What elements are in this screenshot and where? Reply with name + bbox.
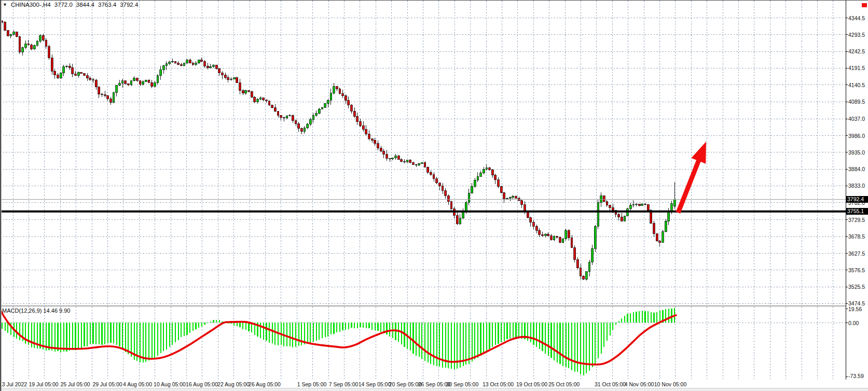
macd-axis-label: 19.56 (848, 306, 862, 312)
macd-histogram (2, 308, 675, 375)
chart-canvas[interactable] (0, 1, 868, 391)
macd-axis-label: -73.59 (848, 373, 864, 379)
time-axis-label: 26 Aug 05:00 (241, 381, 288, 387)
pane-separator[interactable] (0, 305, 846, 306)
window-left-edge (0, 1, 2, 391)
macd-indicator-label: MACD(12,26,9) 14.46 9.90 (2, 308, 70, 314)
chart-window: ▼ CHINA300-,H4 3772.0 3844.4 3763.4 3792… (0, 0, 868, 391)
candle-wicks (2, 20, 674, 281)
level-price-tag: 3755.1 (846, 208, 868, 215)
candlestick-series (1, 21, 676, 279)
title-low: 3763.4 (98, 2, 116, 8)
macd-value-axis[interactable]: 19.560.00-73.59 (848, 1, 868, 380)
symbol-dropdown-icon[interactable]: ▼ (3, 2, 7, 7)
title-symbol: CHINA300-,H4 (11, 2, 51, 8)
time-axis-label: 10 Nov 05:00 (647, 381, 694, 387)
grid-lines (0, 1, 846, 380)
footer-strip (0, 388, 868, 391)
title-close: 3792.4 (120, 2, 138, 8)
top-right-marker (862, 3, 867, 7)
time-axis-label: 25 Oct 05:00 (541, 381, 587, 387)
title-open: 3772.0 (54, 2, 73, 8)
macd-axis-label: 0.00 (848, 320, 859, 326)
title-high: 3844.4 (76, 2, 94, 8)
bid-price-tag: 3792.4 (846, 196, 868, 203)
chart-title: ▼ CHINA300-,H4 3772.0 3844.4 3763.4 3792… (3, 2, 139, 8)
